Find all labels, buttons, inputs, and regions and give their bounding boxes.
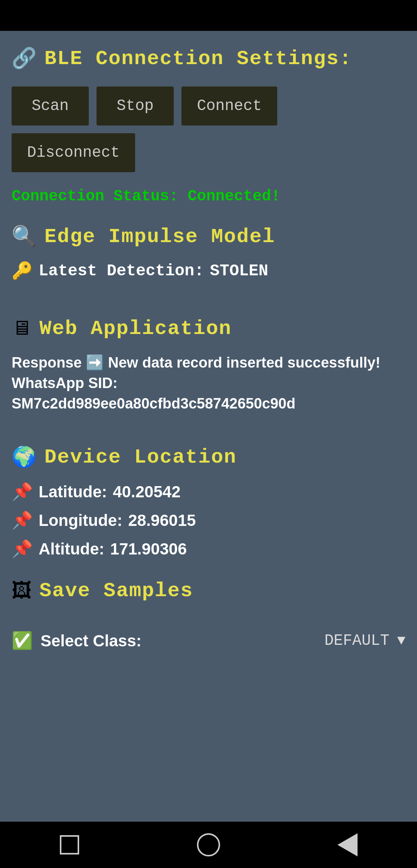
main-content: 🔗 BLE Connection Settings: Scan Stop Con… xyxy=(0,31,417,822)
image-icon: 🖼 xyxy=(12,579,32,604)
longitude-label: Longitude: xyxy=(39,511,122,530)
altitude-label: Altitude: xyxy=(39,540,104,558)
ble-header: 🔗 BLE Connection Settings: xyxy=(12,46,405,71)
connection-status: Connection Status: Connected! xyxy=(12,188,405,205)
ble-title: BLE Connection Settings: xyxy=(44,47,352,70)
monitor-icon: 🖥 xyxy=(12,316,32,341)
edge-impulse-section: 🔍 Edge Impulse Model 🔑 Latest Detection:… xyxy=(12,224,405,301)
link-icon: 🔗 xyxy=(12,46,37,71)
response-text: Response ➡️ New data record inserted suc… xyxy=(12,353,405,414)
nav-back-button[interactable] xyxy=(336,833,359,856)
nav-bar xyxy=(0,822,417,868)
web-application-section: 🖥 Web Application Response ➡️ New data r… xyxy=(12,316,405,434)
save-samples-title: Save Samples xyxy=(39,580,193,602)
arrow-icon: ➡️ xyxy=(86,354,104,371)
edge-impulse-header: 🔍 Edge Impulse Model xyxy=(12,224,405,249)
magnifier-icon: 🔍 xyxy=(12,224,37,249)
select-class-label: Select Class: xyxy=(41,632,141,650)
class-dropdown-container[interactable]: DEFAULT ▼ xyxy=(149,632,405,649)
save-samples-header: 🖼 Save Samples xyxy=(12,579,405,604)
latitude-value: 40.20542 xyxy=(113,483,180,501)
device-location-section: 🌍 Device Location 📌 Latitude: 40.20542 📌… xyxy=(12,445,405,567)
pin-icon-lon: 📌 xyxy=(12,510,33,531)
scan-button[interactable]: Scan xyxy=(12,86,89,125)
web-app-title: Web Application xyxy=(39,317,232,340)
stop-button[interactable]: Stop xyxy=(97,86,174,125)
globe-icon: 🌍 xyxy=(12,445,37,470)
key-icon: 🔑 xyxy=(12,261,33,281)
device-location-title: Device Location xyxy=(44,446,237,469)
disconnect-button[interactable]: Disconnect xyxy=(12,133,135,172)
web-app-header: 🖥 Web Application xyxy=(12,316,405,341)
pin-icon-lat: 📌 xyxy=(12,481,33,502)
select-class-row[interactable]: ✅ Select Class: DEFAULT ▼ xyxy=(12,631,405,651)
class-dropdown-value: DEFAULT xyxy=(324,632,389,649)
edge-impulse-title: Edge Impulse Model xyxy=(44,225,275,248)
latitude-row: 📌 Latitude: 40.20542 xyxy=(12,481,405,502)
response-prefix: Response xyxy=(12,354,82,371)
latest-detection-row: 🔑 Latest Detection: STOLEN xyxy=(12,261,405,281)
longitude-value: 28.96015 xyxy=(128,511,196,530)
button-row: Scan Stop Connect Disconnect xyxy=(12,86,405,172)
pin-icon-alt: 📌 xyxy=(12,539,33,559)
device-location-header: 🌍 Device Location xyxy=(12,445,405,470)
latest-detection-label: Latest Detection: xyxy=(39,262,204,280)
latitude-label: Latitude: xyxy=(39,483,107,501)
altitude-row: 📌 Altitude: 171.90306 xyxy=(12,539,405,559)
altitude-value: 171.90306 xyxy=(110,540,187,558)
chevron-down-icon: ▼ xyxy=(397,633,405,649)
nav-square-button[interactable] xyxy=(58,833,81,856)
circle-icon xyxy=(197,833,220,856)
checkmark-icon: ✅ xyxy=(12,631,33,651)
back-icon xyxy=(337,833,358,856)
save-samples-section: 🖼 Save Samples xyxy=(12,579,405,615)
latest-detection-value: STOLEN xyxy=(210,262,268,280)
connect-button[interactable]: Connect xyxy=(181,86,277,125)
nav-home-button[interactable] xyxy=(197,833,220,856)
longitude-row: 📌 Longitude: 28.96015 xyxy=(12,510,405,531)
status-bar xyxy=(0,0,417,31)
square-icon xyxy=(60,835,79,854)
